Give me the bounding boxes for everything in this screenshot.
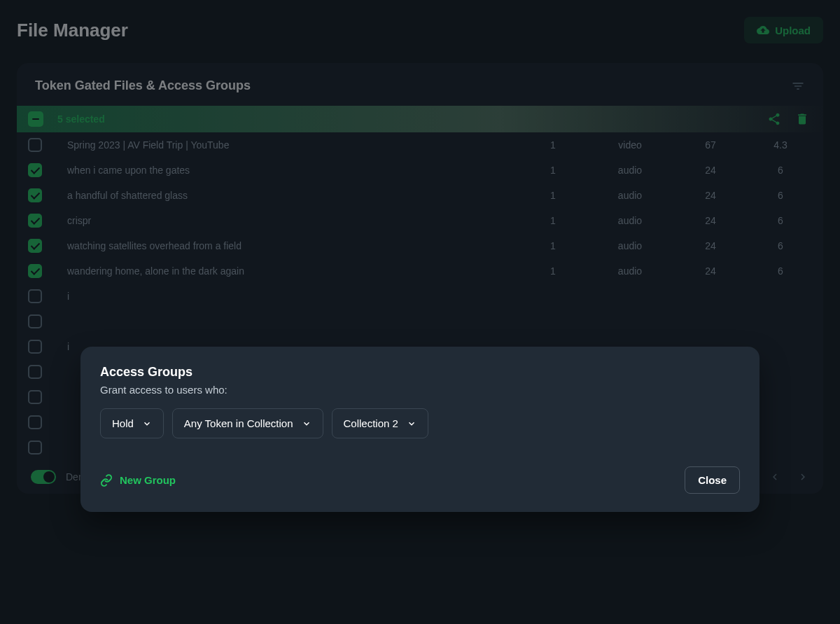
- upload-button[interactable]: Upload: [744, 17, 823, 43]
- dense-toggle[interactable]: [31, 470, 56, 484]
- col-type: audio: [588, 215, 672, 226]
- col-count: 1: [532, 215, 574, 226]
- row-checkbox[interactable]: [28, 441, 42, 455]
- row-checkbox[interactable]: [28, 163, 42, 177]
- col-value-b: 24: [686, 240, 735, 251]
- modal-title: Access Groups: [100, 365, 740, 380]
- col-value-b: 24: [686, 165, 735, 176]
- row-checkbox[interactable]: [28, 415, 42, 429]
- close-button[interactable]: Close: [685, 466, 740, 494]
- row-checkbox[interactable]: [28, 289, 42, 303]
- upload-label: Upload: [775, 25, 811, 36]
- access-groups-modal: Access Groups Grant access to users who:…: [80, 347, 760, 512]
- next-page-button[interactable]: [797, 471, 809, 483]
- selected-count: 5 selected: [57, 113, 753, 125]
- file-name[interactable]: i: [67, 291, 518, 302]
- row-checkbox[interactable]: [28, 264, 42, 278]
- row-checkbox[interactable]: [28, 188, 42, 202]
- col-value-c: 6: [749, 265, 812, 277]
- col-value-c: 6: [749, 215, 812, 226]
- new-group-label: New Group: [120, 474, 176, 486]
- file-name[interactable]: wandering home, alone in the dark again: [67, 265, 518, 277]
- row-checkbox[interactable]: [28, 365, 42, 379]
- new-group-button[interactable]: New Group: [100, 474, 176, 487]
- col-value-b: 24: [686, 265, 735, 277]
- selection-bar: 5 selected: [17, 106, 823, 132]
- row-checkbox[interactable]: [28, 314, 42, 328]
- row-checkbox[interactable]: [28, 239, 42, 253]
- table-row: wandering home, alone in the dark again1…: [17, 258, 823, 284]
- col-value-c: 4.3: [749, 139, 812, 151]
- token-dropdown-value: Any Token in Collection: [184, 417, 293, 429]
- file-name[interactable]: a handful of shattered glass: [67, 190, 518, 201]
- link-icon: [100, 474, 113, 487]
- col-value-b: 24: [686, 215, 735, 226]
- row-checkbox[interactable]: [28, 138, 42, 152]
- cloud-upload-icon: [757, 24, 769, 36]
- row-checkbox[interactable]: [28, 340, 42, 354]
- token-dropdown[interactable]: Any Token in Collection: [172, 408, 323, 438]
- col-count: 1: [532, 139, 574, 151]
- col-count: 1: [532, 190, 574, 201]
- col-type: audio: [588, 265, 672, 277]
- hold-dropdown[interactable]: Hold: [100, 408, 164, 438]
- chevron-down-icon: [302, 419, 312, 429]
- hold-dropdown-value: Hold: [112, 417, 134, 429]
- delete-icon[interactable]: [795, 112, 809, 126]
- card-title: Token Gated Files & Access Groups: [35, 78, 251, 93]
- col-type: audio: [588, 240, 672, 251]
- share-icon[interactable]: [767, 112, 781, 126]
- page-title: File Manager: [17, 20, 128, 41]
- chevron-down-icon: [142, 419, 152, 429]
- table-row: when i came upon the gates1audio246: [17, 158, 823, 183]
- prev-page-button[interactable]: [769, 471, 781, 483]
- file-name[interactable]: Spring 2023 | AV Field Trip | YouTube: [67, 139, 518, 151]
- table-row: a handful of shattered glass1audio246: [17, 183, 823, 208]
- table-row: i: [17, 284, 823, 309]
- col-value-c: 6: [749, 190, 812, 201]
- file-name[interactable]: when i came upon the gates: [67, 165, 518, 176]
- col-count: 1: [532, 265, 574, 277]
- collection-dropdown[interactable]: Collection 2: [332, 408, 428, 438]
- col-value-c: 6: [749, 240, 812, 251]
- col-type: video: [588, 139, 672, 151]
- col-type: audio: [588, 165, 672, 176]
- table-row: Spring 2023 | AV Field Trip | YouTube1vi…: [17, 132, 823, 158]
- col-count: 1: [532, 240, 574, 251]
- file-name[interactable]: watching satellites overhead from a fiel…: [67, 240, 518, 251]
- table-row: crispr1audio246: [17, 208, 823, 233]
- row-checkbox[interactable]: [28, 214, 42, 228]
- modal-subtitle: Grant access to users who:: [100, 384, 740, 396]
- col-value-c: 6: [749, 165, 812, 176]
- col-type: audio: [588, 190, 672, 201]
- file-name[interactable]: crispr: [67, 215, 518, 226]
- filter-icon[interactable]: [791, 79, 805, 93]
- table-row: [17, 309, 823, 334]
- select-all-checkbox[interactable]: [28, 111, 43, 127]
- col-value-b: 67: [686, 139, 735, 151]
- row-checkbox[interactable]: [28, 390, 42, 404]
- chevron-down-icon: [407, 419, 416, 429]
- table-row: watching satellites overhead from a fiel…: [17, 233, 823, 258]
- col-value-b: 24: [686, 190, 735, 201]
- col-count: 1: [532, 165, 574, 176]
- collection-dropdown-value: Collection 2: [344, 417, 398, 429]
